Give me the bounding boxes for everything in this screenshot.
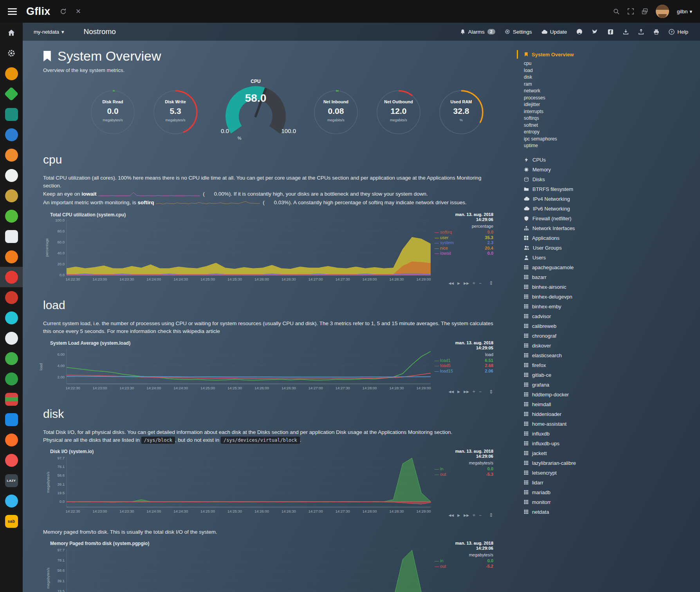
nav-app-calibreweb[interactable]: calibreweb: [517, 321, 700, 331]
nav-app-lazylibrarian-calibre[interactable]: lazylibrarian-calibre: [517, 458, 700, 468]
import-button[interactable]: [623, 29, 629, 35]
nav-subitem-load[interactable]: load: [517, 67, 700, 74]
pan-forward-button[interactable]: ▶▶: [464, 390, 469, 394]
play-button[interactable]: ▶: [457, 513, 460, 517]
chart-plot-cpu[interactable]: 100.080.060.040.020.00.014:22:3014:23:00…: [50, 219, 433, 284]
legend-item-system[interactable]: — system2.3: [435, 240, 493, 246]
app-icon-stripes-tile[interactable]: [0, 389, 23, 409]
user-menu[interactable]: gilbn ▾: [677, 9, 692, 14]
avatar[interactable]: [656, 5, 669, 18]
nav-section-user-groups[interactable]: User Groups: [517, 243, 700, 253]
legend-item-user[interactable]: — user35.3: [435, 235, 493, 241]
zoom-in-button[interactable]: +: [473, 281, 475, 286]
zoom-in-button[interactable]: +: [473, 513, 475, 518]
chart-plot-disk[interactable]: 97.778.158.639.119.50.014:22:3014:23:001…: [50, 455, 433, 516]
pan-backward-button[interactable]: ◀◀: [448, 390, 454, 394]
legend-item-load1[interactable]: — load16.51: [435, 358, 493, 363]
app-icon-white-disc[interactable]: [0, 165, 23, 185]
settings-icon[interactable]: [0, 43, 23, 63]
nav-subitem-uptime[interactable]: uptime: [517, 142, 700, 149]
nav-app-grafana[interactable]: grafana: [517, 380, 700, 390]
facebook-button[interactable]: [608, 29, 613, 35]
fullscreen-icon[interactable]: [628, 8, 634, 14]
nav-subitem-softirqs[interactable]: softirqs: [517, 115, 700, 122]
nav-subitem-processes[interactable]: processes: [517, 95, 700, 102]
host-dropdown[interactable]: my-netdata ▾: [34, 29, 64, 35]
nav-section-btrfs-filesystem[interactable]: BTRFS filesystem: [517, 184, 700, 194]
nav-subitem-disk[interactable]: disk: [517, 74, 700, 81]
nav-section-cpus[interactable]: CPUs: [517, 155, 700, 165]
app-icon-green-bolt[interactable]: [0, 206, 23, 226]
nav-app-binhex-delugevpn[interactable]: binhex-delugevpn: [517, 292, 700, 302]
nav-subitem-softnet[interactable]: softnet: [517, 122, 700, 129]
app-icon-orange-ring[interactable]: [0, 63, 23, 84]
nav-section-disks[interactable]: Disks: [517, 175, 700, 184]
app-icon-teal-tile[interactable]: [0, 104, 23, 124]
app-icon-teal-rings[interactable]: [0, 308, 23, 328]
legend-item-softirq[interactable]: — softirq0.0: [435, 230, 493, 235]
nav-section-network-interfaces[interactable]: Network Interfaces: [517, 223, 700, 233]
zoom-out-button[interactable]: −: [479, 513, 482, 518]
app-icon-sab[interactable]: sab: [0, 511, 23, 531]
settings-button[interactable]: Settings: [505, 29, 532, 35]
twitter-button[interactable]: [592, 29, 598, 35]
nav-app-monitorr[interactable]: monitorr: [517, 497, 700, 507]
help-button[interactable]: ? Help: [669, 29, 688, 35]
chart-disk[interactable]: Disk I/O (system.io)megabytes/s97.778.15…: [43, 449, 493, 518]
app-icon-light-u[interactable]: [0, 328, 23, 348]
app-icon-green-diamond[interactable]: [0, 84, 23, 104]
nav-app-netdata[interactable]: netdata: [517, 507, 700, 517]
resize-handle[interactable]: ⇕: [489, 512, 493, 518]
pan-backward-button[interactable]: ◀◀: [448, 513, 454, 517]
resize-handle[interactable]: ⇕: [489, 389, 493, 395]
app-icon-lazy[interactable]: LAZY: [0, 470, 23, 491]
home-icon[interactable]: [0, 23, 23, 43]
chart-pgpgio[interactable]: Memory Paged from/to disk (system.pgpgio…: [43, 541, 493, 592]
nav-app-influxdb[interactable]: influxdb: [517, 429, 700, 439]
app-icon-red-cluster[interactable]: [0, 287, 23, 308]
nav-app-diskover[interactable]: diskover: [517, 341, 700, 351]
nav-subitem-entropy[interactable]: entropy: [517, 129, 700, 136]
softirq-sparkline[interactable]: [155, 200, 260, 207]
app-icon-gitlab-fox[interactable]: [0, 430, 23, 450]
nav-app-mariadb[interactable]: mariadb: [517, 488, 700, 497]
nav-section-applications[interactable]: Applications: [517, 233, 700, 243]
export-button[interactable]: [638, 29, 644, 35]
nav-subitem-cpu[interactable]: cpu: [517, 60, 700, 67]
nav-subitem-idlejitter[interactable]: idlejitter: [517, 101, 700, 108]
iowait-sparkline[interactable]: [98, 191, 200, 199]
print-button[interactable]: [653, 29, 659, 35]
legend-item-out[interactable]: — out-5.3: [435, 472, 493, 477]
app-icon-blue-drop[interactable]: [0, 491, 23, 511]
nav-app-hddtemp-docker[interactable]: hddtemp-docker: [517, 390, 700, 399]
nav-app-home-assistant[interactable]: home-assistant: [517, 419, 700, 429]
nav-subitem-ram[interactable]: ram: [517, 81, 700, 88]
app-icon-blue-bars[interactable]: [0, 124, 23, 145]
alarms-button[interactable]: Alarms 2: [460, 29, 495, 35]
nav-section-ipv6-networking[interactable]: IPv6 Networking: [517, 204, 700, 214]
nav-app-hiddenloader[interactable]: hiddenloader: [517, 409, 700, 419]
zoom-out-button[interactable]: −: [479, 389, 482, 394]
search-icon[interactable]: [613, 8, 620, 15]
nav-item-system-overview[interactable]: System Overview: [517, 50, 700, 59]
pan-backward-button[interactable]: ◀◀: [448, 281, 454, 285]
nav-section-firewall-netfilter[interactable]: Firewall (netfilter): [517, 214, 700, 223]
app-icon-pink-tool[interactable]: [0, 226, 23, 247]
pan-forward-button[interactable]: ▶▶: [464, 513, 469, 517]
nav-app-binhex-emby[interactable]: binhex-emby: [517, 302, 700, 311]
refresh-icon[interactable]: [60, 8, 67, 15]
legend-item-iowait[interactable]: — iowait0.0: [435, 251, 493, 256]
nav-app-influxdb-ups[interactable]: influxdb-ups: [517, 439, 700, 448]
app-icon-green-ring[interactable]: [0, 369, 23, 389]
zoom-in-button[interactable]: +: [473, 389, 475, 394]
app-icon-green-u[interactable]: [0, 348, 23, 369]
windows-icon[interactable]: [642, 8, 648, 14]
zoom-out-button[interactable]: −: [479, 281, 482, 286]
chart-cpu[interactable]: Total CPU utilization (system.cpu)percen…: [43, 212, 493, 286]
nav-app-letsencrypt[interactable]: letsencrypt: [517, 468, 700, 478]
close-icon[interactable]: ×: [76, 7, 81, 16]
nav-app-bazarr[interactable]: bazarr: [517, 272, 700, 282]
nav-app-chronograf[interactable]: chronograf: [517, 331, 700, 341]
nav-app-jackett[interactable]: jackett: [517, 448, 700, 458]
app-icon-orange-search[interactable]: [0, 145, 23, 165]
